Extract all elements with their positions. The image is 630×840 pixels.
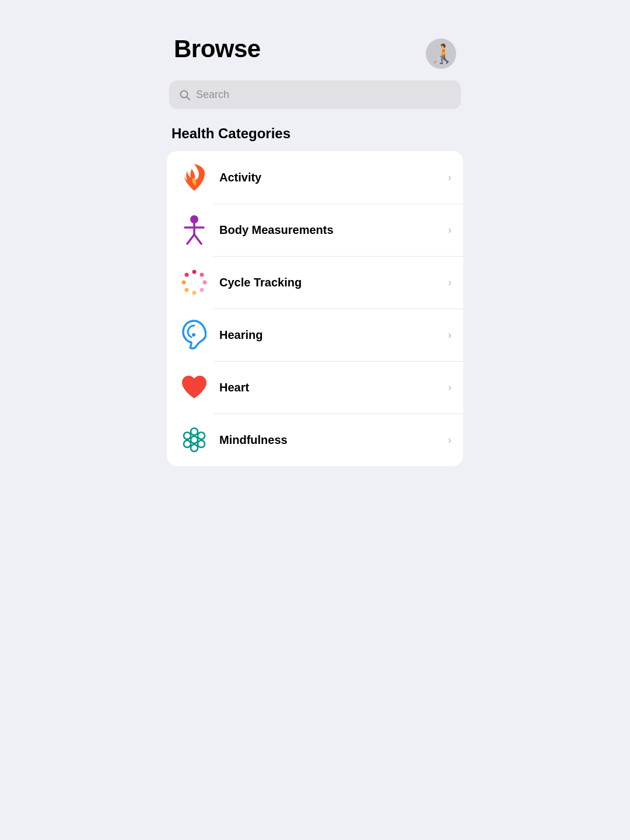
svg-line-5 xyxy=(187,235,194,244)
svg-line-1 xyxy=(187,97,190,100)
section-title: Health Categories xyxy=(158,125,473,151)
category-label-cycle-tracking: Cycle Tracking xyxy=(219,276,448,289)
svg-point-19 xyxy=(198,440,205,447)
svg-point-10 xyxy=(200,288,204,292)
chevron-heart: › xyxy=(448,382,452,394)
heart-icon xyxy=(178,372,210,403)
svg-point-8 xyxy=(200,273,204,277)
category-label-mindfulness: Mindfulness xyxy=(219,433,448,447)
svg-point-13 xyxy=(182,281,186,285)
category-item-body-measurements[interactable]: Body Measurements › xyxy=(167,204,463,256)
chevron-mindfulness: › xyxy=(448,434,452,446)
chevron-body-measurements: › xyxy=(448,224,452,236)
svg-point-18 xyxy=(198,432,205,439)
svg-point-2 xyxy=(190,215,198,223)
category-label-heart: Heart xyxy=(219,381,448,394)
chevron-cycle-tracking: › xyxy=(448,276,452,289)
avatar[interactable]: 🧑‍🦯 xyxy=(426,38,456,69)
category-label-activity: Activity xyxy=(219,171,448,184)
category-item-cycle-tracking[interactable]: Cycle Tracking › xyxy=(167,256,463,309)
svg-point-15 xyxy=(192,333,195,337)
categories-card: Activity › xyxy=(167,151,463,466)
category-label-body-measurements: Body Measurements xyxy=(219,223,448,237)
svg-point-21 xyxy=(184,440,191,447)
search-placeholder: Search xyxy=(196,89,229,101)
search-container: Search xyxy=(158,80,473,125)
svg-point-11 xyxy=(192,291,197,295)
body-measurements-icon xyxy=(178,214,210,246)
category-item-activity[interactable]: Activity › xyxy=(167,151,463,204)
svg-line-6 xyxy=(194,235,201,244)
search-icon xyxy=(180,90,190,100)
svg-point-16 xyxy=(191,436,198,443)
activity-icon xyxy=(178,162,210,193)
search-bar[interactable]: Search xyxy=(169,80,461,109)
chevron-hearing: › xyxy=(448,329,452,341)
hearing-icon xyxy=(178,319,210,351)
header: Browse 🧑‍🦯 xyxy=(158,0,473,80)
category-item-heart[interactable]: Heart › xyxy=(167,361,463,414)
cycle-tracking-icon xyxy=(178,267,210,298)
svg-point-9 xyxy=(203,281,207,285)
category-item-mindfulness[interactable]: Mindfulness › xyxy=(167,414,463,466)
svg-point-12 xyxy=(185,288,189,292)
categories-section: Health Categories Activity › xyxy=(158,125,473,466)
svg-point-7 xyxy=(192,270,197,274)
chevron-activity: › xyxy=(448,172,452,184)
mindfulness-icon xyxy=(178,424,210,456)
svg-point-17 xyxy=(191,428,198,435)
svg-point-22 xyxy=(184,432,191,439)
page-title: Browse xyxy=(174,35,261,63)
page-container: Browse 🧑‍🦯 Search Health Categories xyxy=(158,0,473,466)
svg-point-20 xyxy=(191,444,198,452)
category-label-hearing: Hearing xyxy=(219,328,448,342)
category-item-hearing[interactable]: Hearing › xyxy=(167,309,463,361)
svg-point-14 xyxy=(185,273,189,277)
avatar-emoji: 🧑‍🦯 xyxy=(429,44,453,63)
